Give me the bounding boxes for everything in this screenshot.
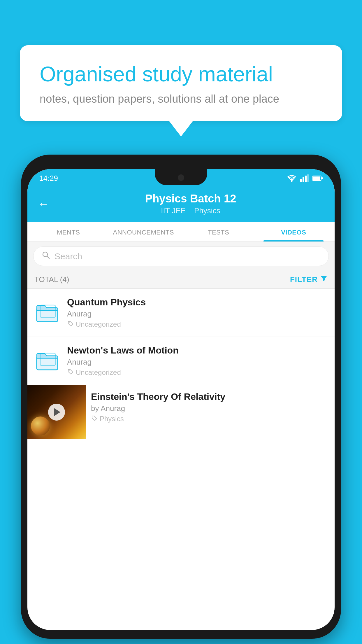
header-title-block: Physics Batch 12 IIT JEE Physics [57,192,324,215]
tag-icon-3 [91,415,97,423]
video-info-1: Quantum Physics Anurag Uncategorized [67,297,328,328]
folder-icon-2 [34,348,60,374]
video-tag-2: Uncategorized [67,368,328,377]
tab-bar: MENTS ANNOUNCEMENTS TESTS VIDEOS [27,222,335,242]
tag-icon-2 [67,368,73,377]
status-icons [287,174,323,182]
signal-icon [300,174,309,182]
svg-point-0 [291,181,293,182]
video-thumbnail-3 [27,385,86,439]
list-item[interactable]: Newton's Laws of Motion Anurag Uncategor… [27,337,335,385]
speech-bubble-subtitle: notes, question papers, solutions all at… [40,93,322,105]
speech-bubble-title: Organised study material [40,62,322,86]
phone-frame: 14:29 [21,155,341,639]
video-info-2: Newton's Laws of Motion Anurag Uncategor… [67,345,328,377]
speech-bubble: Organised study material notes, question… [20,45,342,121]
play-triangle-icon [54,408,60,416]
header-subtitle-physics: Physics [194,206,220,215]
svg-line-9 [47,256,49,258]
header-subtitle: IIT JEE Physics [57,206,324,215]
video-author-1: Anurag [67,309,328,318]
app-header: ← Physics Batch 12 IIT JEE Physics [27,187,335,222]
header-subtitle-iitjee: IIT JEE [161,206,186,215]
svg-point-12 [69,322,70,323]
search-container: Search [27,242,335,271]
svg-rect-1 [300,179,302,182]
back-button[interactable]: ← [38,198,49,210]
tab-videos[interactable]: VIDEOS [256,222,331,242]
video-author-2: Anurag [67,358,328,367]
svg-rect-3 [305,176,307,182]
svg-rect-6 [313,176,320,180]
video-list: Quantum Physics Anurag Uncategorized [27,289,335,439]
filter-row: TOTAL (4) FILTER [27,271,335,289]
phone-screen: 14:29 [27,169,335,630]
video-info-3: Einstein's Theory Of Relativity by Anura… [86,385,335,429]
video-title-3: Einstein's Theory Of Relativity [91,391,329,402]
total-count: TOTAL (4) [34,275,69,284]
list-item[interactable]: Einstein's Theory Of Relativity by Anura… [27,385,335,439]
play-button[interactable] [48,404,65,421]
wifi-icon [287,174,297,182]
header-title: Physics Batch 12 [57,192,324,205]
tag-icon-1 [67,320,73,328]
video-tag-3: Physics [91,415,329,423]
folder-icon-1 [34,300,60,326]
battery-icon [312,175,323,181]
filter-label: FILTER [290,275,318,284]
video-title-2: Newton's Laws of Motion [67,345,328,356]
search-bar[interactable]: Search [33,246,329,266]
status-time: 14:29 [39,174,58,183]
tab-tests[interactable]: TESTS [181,222,256,242]
search-icon [42,251,50,262]
svg-point-16 [93,416,94,417]
video-title-1: Quantum Physics [67,297,328,308]
list-item[interactable]: Quantum Physics Anurag Uncategorized [27,289,335,337]
planet-decoration [31,416,50,435]
video-tag-1: Uncategorized [67,320,328,328]
svg-rect-4 [307,174,309,182]
tab-ments[interactable]: MENTS [31,222,106,242]
svg-rect-7 [321,177,323,179]
phone-notch [155,169,207,185]
filter-button[interactable]: FILTER [290,275,328,284]
tab-announcements[interactable]: ANNOUNCEMENTS [106,222,181,242]
filter-funnel-icon [320,275,328,284]
camera-dot [178,174,184,181]
video-author-3: by Anurag [91,404,329,413]
search-placeholder: Search [55,251,82,261]
svg-rect-2 [303,177,304,182]
svg-point-15 [69,370,70,371]
